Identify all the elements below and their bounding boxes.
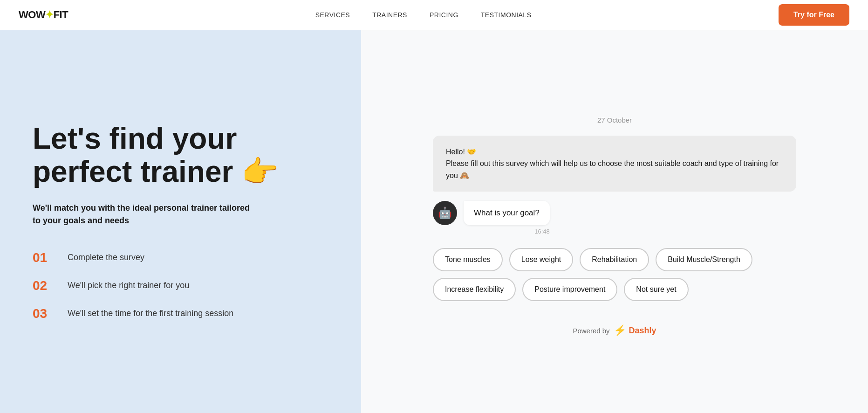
step-3-num: 03 [33, 306, 58, 321]
main-content: Let's find your perfect trainer 👉 We'll … [0, 0, 868, 413]
option-posture-improvement[interactable]: Posture improvement [522, 278, 617, 301]
logo-dot: ✦ [45, 9, 54, 21]
header: WOW✦FIT SERVICES TRAINERS PRICING TESTIM… [0, 0, 868, 30]
option-lose-weight[interactable]: Lose weight [509, 248, 573, 271]
step-1-text: Complete the survey [68, 253, 144, 262]
chat-question-text: What is your goal? [464, 201, 550, 225]
chat-time: 16:48 [464, 228, 550, 235]
nav-pricing[interactable]: PRICING [430, 11, 458, 19]
chat-greeting-bubble: Hello! 🤝 Please fill out this survey whi… [433, 136, 796, 192]
right-panel: 27 October Hello! 🤝 Please fill out this… [361, 30, 868, 413]
nav-services[interactable]: SERVICES [315, 11, 350, 19]
dashly-logo: ⚡ Dashly [614, 324, 656, 337]
dashly-brand-name: Dashly [629, 326, 656, 336]
option-rehabilitation[interactable]: Rehabilitation [580, 248, 649, 271]
chat-question-row: 🤖 What is your goal? 16:48 [433, 201, 796, 235]
logo-fit: FIT [54, 9, 68, 21]
bot-avatar: 🤖 [433, 201, 457, 225]
step-1-num: 01 [33, 250, 58, 265]
logo: WOW✦FIT [19, 9, 68, 21]
step-2-num: 02 [33, 278, 58, 293]
chat-date: 27 October [433, 116, 796, 124]
step-2: 02 We'll pick the right trainer for you [33, 278, 328, 293]
option-increase-flexibility[interactable]: Increase flexibility [433, 278, 516, 301]
step-3-text: We'll set the time for the first trainin… [68, 309, 233, 318]
chat-question-block: What is your goal? 16:48 [464, 201, 550, 235]
try-free-button[interactable]: Try for Free [779, 4, 849, 26]
powered-by-label: Powered by [573, 327, 609, 335]
nav-trainers[interactable]: TRAINERS [372, 11, 407, 19]
step-1: 01 Complete the survey [33, 250, 328, 265]
goal-options: Tone muscles Lose weight Rehabilitation … [433, 248, 796, 301]
left-panel: Let's find your perfect trainer 👉 We'll … [0, 30, 361, 413]
hero-subtitle: We'll match you with the ideal personal … [33, 202, 256, 227]
step-3: 03 We'll set the time for the first trai… [33, 306, 328, 321]
chat-container: 27 October Hello! 🤝 Please fill out this… [433, 116, 796, 337]
powered-by: Powered by ⚡ Dashly [433, 324, 796, 337]
option-tone-muscles[interactable]: Tone muscles [433, 248, 503, 271]
main-nav: SERVICES TRAINERS PRICING TESTIMONIALS [315, 11, 532, 19]
option-build-muscle[interactable]: Build Muscle/Strength [656, 248, 752, 271]
hero-title: Let's find your perfect trainer 👉 [33, 122, 328, 188]
dashly-icon: ⚡ [614, 324, 626, 337]
logo-wow: WOW [19, 9, 45, 21]
steps-list: 01 Complete the survey 02 We'll pick the… [33, 250, 328, 321]
step-2-text: We'll pick the right trainer for you [68, 281, 189, 290]
nav-testimonials[interactable]: TESTIMONIALS [481, 11, 532, 19]
option-not-sure[interactable]: Not sure yet [624, 278, 688, 301]
